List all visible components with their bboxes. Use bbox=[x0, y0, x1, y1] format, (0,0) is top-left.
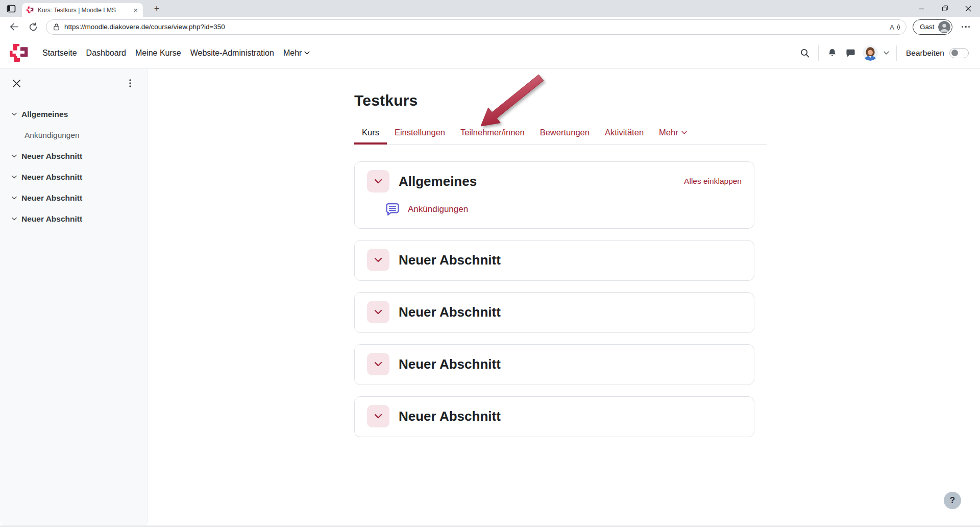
lock-icon bbox=[53, 23, 60, 31]
section-card-neuer-abschnitt-3: Neuer Abschnitt bbox=[354, 344, 754, 385]
url-text: https://moodle.diakovere.de/course/view.… bbox=[64, 23, 885, 31]
back-button[interactable] bbox=[7, 20, 20, 34]
course-sections: Allgemeines Alles einklappen Ankündigung… bbox=[354, 161, 754, 437]
nav-link-dashboard[interactable]: Dashboard bbox=[82, 44, 131, 62]
window-minimize-button[interactable] bbox=[910, 0, 933, 17]
window-restore-button[interactable] bbox=[933, 0, 957, 17]
edit-mode-toggle[interactable] bbox=[949, 48, 969, 58]
tab-close-icon[interactable]: × bbox=[132, 6, 139, 14]
guest-avatar-icon bbox=[938, 21, 950, 33]
nav-link-startseite[interactable]: Startseite bbox=[38, 44, 82, 62]
new-tab-button[interactable]: + bbox=[150, 3, 164, 15]
collapse-section-button[interactable] bbox=[367, 353, 389, 375]
index-item-neuer-abschnitt-1[interactable]: Neuer Abschnitt bbox=[0, 146, 148, 166]
chevron-down-icon bbox=[374, 179, 382, 184]
kebab-menu-icon bbox=[129, 79, 131, 87]
index-item-neuer-abschnitt-4[interactable]: Neuer Abschnitt bbox=[0, 208, 148, 229]
drawer-close-button[interactable] bbox=[10, 77, 22, 89]
edit-mode-label: Bearbeiten bbox=[906, 49, 944, 58]
section-card-neuer-abschnitt-2: Neuer Abschnitt bbox=[354, 292, 754, 333]
refresh-button[interactable] bbox=[27, 20, 40, 34]
refresh-icon bbox=[29, 22, 38, 32]
moodle-navbar: Startseite Dashboard Meine Kurse Website… bbox=[0, 37, 980, 69]
divider bbox=[896, 45, 897, 61]
collapse-section-button[interactable] bbox=[367, 170, 389, 193]
tab-einstellungen[interactable]: Einstellungen bbox=[387, 123, 453, 144]
index-item-neuer-abschnitt-2[interactable]: Neuer Abschnitt bbox=[0, 166, 148, 187]
moodle-favicon bbox=[27, 6, 34, 14]
activity-link-ankuendigungen[interactable]: Ankündigungen bbox=[408, 204, 468, 214]
primary-navigation: Startseite Dashboard Meine Kurse Website… bbox=[38, 44, 314, 62]
address-bar[interactable]: https://moodle.diakovere.de/course/view.… bbox=[46, 19, 906, 35]
chevron-down-icon[interactable] bbox=[12, 154, 17, 158]
tab-teilnehmer-innen[interactable]: Teilnehmer/innen bbox=[453, 123, 532, 144]
tab-bewertungen[interactable]: Bewertungen bbox=[532, 123, 597, 144]
read-aloud-icon[interactable]: A bbox=[890, 23, 901, 31]
toggle-knob bbox=[951, 50, 958, 56]
search-button[interactable] bbox=[796, 44, 814, 62]
index-item-label: Neuer Abschnitt bbox=[21, 152, 82, 161]
nav-link-mehr[interactable]: Mehr bbox=[279, 44, 314, 62]
section-title: Neuer Abschnitt bbox=[399, 409, 501, 424]
index-item-neuer-abschnitt-3[interactable]: Neuer Abschnitt bbox=[0, 187, 148, 208]
browser-url-bar: https://moodle.diakovere.de/course/view.… bbox=[0, 17, 980, 37]
index-item-label: Neuer Abschnitt bbox=[21, 173, 82, 182]
forum-icon bbox=[384, 201, 401, 218]
section-title: Neuer Abschnitt bbox=[399, 252, 501, 268]
help-button[interactable]: ? bbox=[944, 492, 961, 509]
tab-title: Kurs: Testkurs | Moodle LMS bbox=[38, 7, 129, 14]
chevron-down-icon[interactable] bbox=[12, 175, 17, 179]
chevron-down-icon bbox=[884, 51, 889, 55]
drawer-menu-button[interactable] bbox=[124, 77, 136, 89]
close-icon bbox=[13, 80, 20, 87]
collapse-section-button[interactable] bbox=[367, 405, 389, 427]
user-avatar-icon bbox=[863, 45, 878, 61]
browser-profile-button[interactable]: Gast bbox=[913, 19, 952, 35]
messages-button[interactable] bbox=[841, 44, 860, 62]
collapse-all-link[interactable]: Alles einklappen bbox=[684, 177, 742, 186]
back-icon bbox=[9, 22, 19, 32]
chevron-down-icon[interactable] bbox=[12, 196, 17, 200]
window-close-button[interactable] bbox=[957, 0, 980, 17]
user-avatar[interactable] bbox=[863, 45, 878, 61]
nav-more-label: Mehr bbox=[283, 49, 302, 58]
window-controls bbox=[910, 0, 980, 17]
bell-icon bbox=[827, 48, 837, 58]
index-item-ankuendigungen[interactable]: Ankündigungen bbox=[0, 125, 148, 146]
svg-text:A: A bbox=[890, 23, 894, 31]
tab-aktivitaeten[interactable]: Aktivitäten bbox=[597, 123, 651, 144]
course-index-list: Allgemeines Ankündigungen Neuer Abschnit… bbox=[0, 104, 148, 229]
index-item-label: Neuer Abschnitt bbox=[21, 214, 82, 224]
collapse-section-button[interactable] bbox=[367, 301, 389, 323]
main-content: Testkurs Kurs Einstellungen Teilnehmer/i… bbox=[148, 69, 980, 525]
notifications-button[interactable] bbox=[823, 44, 841, 62]
page-title: Testkurs bbox=[354, 92, 767, 109]
chevron-down-icon bbox=[374, 257, 382, 262]
collapse-section-button[interactable] bbox=[367, 249, 389, 271]
user-menu-button[interactable] bbox=[880, 44, 892, 62]
section-card-neuer-abschnitt-1: Neuer Abschnitt bbox=[354, 240, 754, 281]
tab-mehr[interactable]: Mehr bbox=[651, 123, 695, 144]
section-title: Allgemeines bbox=[399, 174, 477, 189]
nav-link-meine-kurse[interactable]: Meine Kurse bbox=[131, 44, 186, 62]
nav-link-website-administration[interactable]: Website-Administration bbox=[186, 44, 279, 62]
drawer-header bbox=[0, 69, 148, 98]
close-icon bbox=[965, 6, 971, 12]
section-title: Neuer Abschnitt bbox=[399, 356, 501, 372]
browser-tab-active[interactable]: Kurs: Testkurs | Moodle LMS × bbox=[22, 3, 143, 17]
chevron-down-icon[interactable] bbox=[12, 112, 17, 116]
profile-label: Gast bbox=[920, 23, 935, 31]
diakovere-logo[interactable] bbox=[9, 43, 31, 63]
tab-actions-button[interactable] bbox=[3, 0, 20, 17]
minimize-icon bbox=[918, 6, 924, 12]
index-item-label: Ankündigungen bbox=[24, 131, 80, 140]
browser-menu-button[interactable] bbox=[959, 26, 973, 28]
search-icon bbox=[800, 48, 810, 58]
chevron-down-icon[interactable] bbox=[12, 217, 17, 221]
course-tabs: Kurs Einstellungen Teilnehmer/innen Bewe… bbox=[354, 123, 767, 145]
index-item-allgemeines[interactable]: Allgemeines bbox=[0, 104, 148, 125]
index-item-label: Neuer Abschnitt bbox=[21, 194, 82, 203]
tab-kurs[interactable]: Kurs bbox=[354, 123, 387, 144]
chevron-down-icon bbox=[374, 309, 382, 315]
chevron-down-icon bbox=[374, 414, 382, 419]
